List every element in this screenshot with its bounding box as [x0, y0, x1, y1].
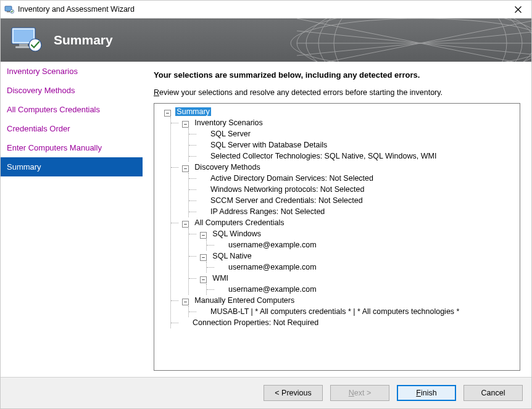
tree-node-discovery-methods: − Discovery Methods Active Directory Dom…	[171, 162, 518, 217]
next-button-rest: ext >	[354, 389, 371, 397]
sidebar-item-all-computers-credentials[interactable]: All Computers Credentials	[1, 100, 143, 119]
sidebar-item-discovery-methods[interactable]: Discovery Methods	[1, 81, 143, 100]
minus-square-icon[interactable]: −	[182, 299, 189, 305]
banner: Summary	[1, 19, 531, 62]
minus-square-icon[interactable]: −	[182, 221, 189, 228]
svg-point-6	[297, 19, 531, 62]
svg-line-11	[297, 31, 531, 56]
tree-leaf-label[interactable]: SCCM Server and Credentials: Not Selecte…	[209, 196, 364, 205]
svg-line-13	[297, 31, 531, 56]
tree-leaf: username@example.com	[207, 262, 518, 273]
tree-leaf: Windows Networking protocols: Not Select…	[189, 184, 518, 195]
tree-node-label[interactable]: Discovery Methods	[193, 163, 261, 171]
close-icon	[515, 6, 522, 13]
sidebar-item-credentials-order[interactable]: Credentials Order	[1, 119, 143, 138]
previous-button-label: < Previous	[275, 389, 311, 397]
banner-title: Summary	[54, 33, 113, 48]
tree-leaf: username@example.com	[207, 239, 518, 250]
tree-root-label[interactable]: Summary	[175, 107, 210, 116]
tree-node-sql-windows: − SQL Windows username@example.com	[189, 228, 518, 250]
wizard-header-icon	[9, 25, 43, 56]
banner-decoration	[285, 19, 531, 62]
svg-rect-16	[14, 30, 33, 42]
summary-tree: − Summary − Inventory Scenarios SQL Serv…	[156, 106, 518, 328]
tree-leaf: username@example.com	[207, 284, 518, 295]
minus-square-icon[interactable]: −	[200, 254, 207, 261]
finish-button[interactable]: Finish	[397, 385, 456, 401]
sidebar-item-summary[interactable]: Summary	[1, 157, 143, 176]
content-headline: Your selections are summarized below, in…	[154, 70, 520, 80]
minus-square-icon[interactable]: −	[200, 276, 207, 283]
minus-square-icon[interactable]: −	[200, 232, 207, 239]
tree-leaf-label[interactable]: SQL Server	[209, 130, 252, 138]
sidebar-item-enter-computers-manually[interactable]: Enter Computers Manually	[1, 138, 143, 157]
cancel-button-label: Cancel	[481, 389, 505, 397]
tree-node-label[interactable]: SQL Native	[211, 252, 252, 260]
cancel-button[interactable]: Cancel	[463, 385, 523, 401]
app-icon	[4, 4, 14, 14]
tree-leaf: SQL Server with Database Details	[189, 139, 518, 151]
tree-leaf: Active Directory Domain Services: Not Se…	[189, 173, 518, 184]
tree-leaf-label[interactable]: username@example.com	[227, 285, 318, 294]
tree-leaf-label[interactable]: Windows Networking protocols: Not Select…	[209, 185, 365, 194]
content-subtext: Review your selections and resolve any d…	[154, 88, 520, 97]
tree-leaf: SCCM Server and Credentials: Not Selecte…	[189, 195, 518, 206]
previous-button[interactable]: < Previous	[264, 385, 323, 401]
next-button: Next >	[330, 385, 389, 401]
tree-leaf-label[interactable]: Connection Properties: Not Required	[191, 318, 320, 327]
svg-point-7	[306, 19, 531, 62]
tree-leaf: IP Address Ranges: Not Selected	[189, 206, 518, 217]
svg-point-9	[334, 19, 507, 62]
tree-leaf-label[interactable]: Selected Collector Technologies: SQL Nat…	[209, 152, 438, 160]
content: Your selections are summarized below, in…	[143, 62, 531, 377]
tree-leaf: MUSAB-LT | * All computers credentials *…	[189, 306, 518, 317]
tree-leaf-label[interactable]: Active Directory Domain Services: Not Se…	[209, 174, 375, 183]
tree-node-all-computers-credentials: − All Computers Credentials − SQL Window…	[171, 217, 518, 295]
minus-square-icon[interactable]: −	[164, 110, 171, 117]
tree-node-sql-native: − SQL Native username@example.com	[189, 250, 518, 273]
footer: < Previous Next > Finish Cancel	[1, 377, 531, 408]
content-subtext-hotkey: R	[154, 88, 159, 97]
svg-line-10	[297, 19, 531, 62]
finish-button-rest: inish	[421, 389, 437, 397]
svg-rect-1	[7, 11, 10, 12]
window-title: Inventory and Assessment Wizard	[18, 5, 504, 14]
summary-tree-panel[interactable]: − Summary − Inventory Scenarios SQL Serv…	[154, 103, 520, 371]
finish-button-hotkey: F	[416, 389, 421, 397]
tree-node-label[interactable]: All Computers Credentials	[193, 218, 285, 227]
minus-square-icon[interactable]: −	[182, 165, 189, 172]
tree-node-label[interactable]: Manually Entered Computers	[193, 296, 296, 305]
svg-point-5	[291, 19, 531, 62]
tree-node-wmi: − WMI username@example.com	[189, 273, 518, 295]
tree-node-label[interactable]: Inventory Scenarios	[193, 118, 264, 127]
tree-leaf: Selected Collector Technologies: SQL Nat…	[189, 151, 518, 162]
tree-node-label[interactable]: WMI	[211, 274, 230, 283]
tree-leaf-label[interactable]: username@example.com	[227, 263, 318, 271]
minus-square-icon[interactable]: −	[182, 121, 189, 128]
titlebar: Inventory and Assessment Wizard	[1, 1, 531, 19]
tree-leaf-connection-properties: Connection Properties: Not Required	[171, 317, 518, 328]
tree-leaf-label[interactable]: SQL Server with Database Details	[209, 141, 328, 149]
svg-line-14	[297, 19, 531, 62]
tree-leaf-label[interactable]: IP Address Ranges: Not Selected	[209, 207, 326, 216]
body: Inventory Scenarios Discovery Methods Al…	[1, 62, 531, 377]
tree-leaf-label[interactable]: username@example.com	[227, 241, 318, 249]
svg-point-8	[318, 19, 522, 62]
tree-leaf: SQL Server	[189, 128, 518, 139]
close-button[interactable]	[504, 1, 531, 18]
tree-node-manually-entered-computers: − Manually Entered Computers MUSAB-LT | …	[171, 295, 518, 317]
tree-node-label[interactable]: SQL Windows	[211, 229, 262, 238]
tree-leaf-label[interactable]: MUSAB-LT | * All computers credentials *…	[209, 307, 460, 316]
next-button-hotkey: N	[349, 389, 354, 397]
sidebar: Inventory Scenarios Discovery Methods Al…	[1, 62, 143, 377]
content-subtext-rest: eview your selections and resolve any de…	[159, 88, 443, 97]
svg-rect-17	[19, 44, 28, 46]
wizard-window: Inventory and Assessment Wizard	[0, 0, 532, 409]
sidebar-item-inventory-scenarios[interactable]: Inventory Scenarios	[1, 62, 143, 81]
tree-node-inventory-scenarios: − Inventory Scenarios SQL Server SQL Ser…	[171, 117, 518, 162]
tree-root: − Summary − Inventory Scenarios SQL Serv…	[156, 106, 518, 328]
